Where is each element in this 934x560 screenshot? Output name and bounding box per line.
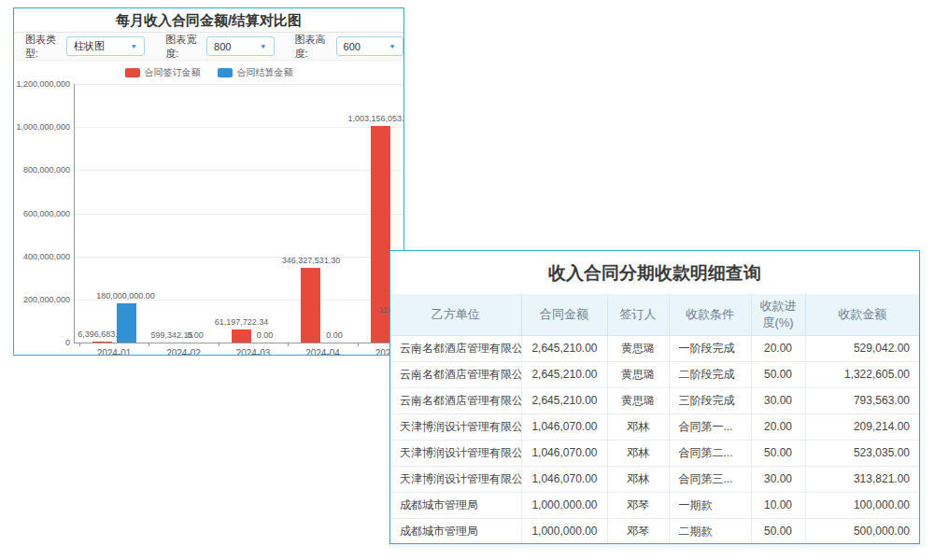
condition-cell: 合同第一...	[669, 413, 751, 440]
progress-cell: 20.00	[751, 413, 805, 440]
money-cell: 313,821.00	[805, 466, 919, 492]
condition-cell: 一期款	[669, 492, 751, 518]
progress-cell: 20.00	[751, 335, 805, 361]
progress-cell: 30.00	[751, 466, 805, 492]
table-row: 云南名都酒店管理有限公司2,645,210.00黄思璐二阶段完成50.001,3…	[390, 361, 919, 387]
progress-cell: 50.00	[751, 518, 805, 544]
contract-amount-cell: 1,046,070.00	[521, 440, 607, 466]
progress-cell: 10.00	[751, 492, 805, 518]
bar-signed	[232, 329, 251, 343]
signer-cell: 邓林	[607, 466, 669, 492]
signer-cell: 邓林	[607, 413, 669, 440]
x-axis-tick	[219, 343, 219, 346]
table-row: 云南名都酒店管理有限公司2,645,210.00黄思璐三阶段完成30.00793…	[390, 387, 919, 413]
money-cell: 523,035.00	[805, 440, 919, 466]
col-header-condition: 收款条件	[669, 294, 751, 335]
company-link[interactable]: 天津博润设计管理有限公司	[390, 413, 521, 440]
x-tick-label: 2024-01	[97, 348, 132, 356]
x-tick-label: 2024-04	[305, 348, 340, 356]
gridline	[74, 170, 404, 171]
signer-cell: 邓琴	[607, 518, 669, 544]
table-row: 成都城市管理局1,000,000.00邓琴二期款50.00500,000.00	[390, 518, 919, 544]
bar-signed	[92, 342, 112, 343]
money-cell: 500,000.00	[805, 518, 919, 544]
y-tick-label: 400,000,000	[14, 252, 70, 261]
signer-cell: 邓琴	[607, 492, 669, 518]
col-header-company: 乙方单位	[390, 294, 521, 335]
installments-table: 乙方单位 合同金额 签订人 收款条件 收款进度(%) 收款金额 云南名都酒店管理…	[390, 294, 919, 544]
money-cell: 529,042.00	[805, 335, 919, 361]
col-header-money: 收款金额	[805, 294, 919, 335]
progress-cell: 50.00	[751, 361, 805, 387]
company-link[interactable]: 成都城市管理局	[390, 518, 521, 544]
bar-value-label: 0.00	[257, 330, 274, 340]
bar-signed	[301, 268, 320, 343]
table-row: 成都城市管理局1,000,000.00邓琴一期款10.00100,000.00	[390, 492, 919, 518]
x-tick-label: 2024-02	[166, 348, 201, 356]
gridline	[74, 127, 404, 128]
bar-value-label: 0.00	[187, 330, 204, 340]
progress-cell: 30.00	[751, 387, 805, 413]
signer-cell: 黄思璐	[607, 361, 669, 387]
bar-settled	[117, 303, 136, 343]
x-axis-tick	[149, 343, 149, 346]
gridline	[74, 214, 404, 215]
company-link[interactable]: 天津博润设计管理有限公司	[390, 440, 521, 466]
condition-cell: 合同第三...	[669, 466, 751, 492]
signer-cell: 黄思璐	[607, 335, 669, 361]
condition-cell: 三阶段完成	[669, 387, 751, 413]
x-axis-tick	[288, 343, 289, 346]
col-header-progress: 收款进度(%)	[751, 294, 805, 335]
bar-value-label: 1,003,156,053.84	[347, 114, 404, 123]
x-axis-tick	[79, 343, 80, 346]
company-link[interactable]: 成都城市管理局	[390, 492, 521, 518]
condition-cell: 一阶段完成	[669, 335, 751, 361]
x-axis-line	[74, 343, 404, 343]
bar-value-label: 61,197,722.34	[215, 317, 269, 327]
signer-cell: 黄思璐	[607, 387, 669, 413]
company-link[interactable]: 天津博润设计管理有限公司	[390, 466, 521, 492]
company-link[interactable]: 云南名都酒店管理有限公司	[390, 335, 521, 361]
x-axis-tick	[358, 343, 359, 346]
y-tick-label: 1,200,000,000	[14, 79, 70, 89]
table-row: 天津博润设计管理有限公司1,046,070.00邓林合同第二...50.0052…	[390, 440, 919, 466]
table-header-row: 乙方单位 合同金额 签订人 收款条件 收款进度(%) 收款金额	[390, 294, 919, 335]
col-header-amount: 合同金额	[521, 294, 607, 335]
y-tick-label: 200,000,000	[14, 295, 70, 304]
contract-amount-cell: 1,046,070.00	[521, 466, 607, 492]
table-row: 天津博润设计管理有限公司1,046,070.00邓林合同第三...30.0031…	[390, 466, 919, 492]
table-row: 云南名都酒店管理有限公司2,645,210.00黄思璐一阶段完成20.00529…	[390, 335, 919, 361]
condition-cell: 二阶段完成	[669, 361, 751, 387]
signer-cell: 邓林	[607, 440, 669, 466]
gridline	[74, 84, 404, 85]
y-tick-label: 600,000,000	[14, 209, 70, 218]
contract-amount-cell: 1,000,000.00	[521, 492, 607, 518]
y-tick-label: 800,000,000	[14, 165, 70, 175]
money-cell: 100,000.00	[805, 492, 919, 518]
contract-amount-cell: 2,645,210.00	[521, 361, 607, 387]
y-axis-line	[74, 84, 75, 343]
money-cell: 209,214.00	[805, 413, 919, 440]
progress-cell: 50.00	[751, 440, 805, 466]
bar-value-label: 346,327,531.30	[282, 256, 341, 265]
company-link[interactable]: 云南名都酒店管理有限公司	[390, 387, 521, 413]
y-tick-label: 0	[14, 338, 70, 347]
table-title: 收入合同分期收款明细查询	[390, 251, 919, 294]
contract-amount-cell: 2,645,210.00	[521, 387, 607, 413]
money-cell: 1,322,605.00	[805, 361, 919, 387]
col-header-signer: 签订人	[607, 294, 669, 335]
company-link[interactable]: 云南名都酒店管理有限公司	[390, 361, 521, 387]
chart-panel: 每月收入合同金额/结算对比图 图表类型: 柱状图 ▼ 图表宽度: 800 ▼ 图…	[13, 7, 404, 356]
table-panel: 收入合同分期收款明细查询 乙方单位 合同金额 签订人 收款条件 收款进度(%) …	[389, 250, 920, 544]
y-tick-label: 1,000,000,000	[14, 122, 70, 132]
x-tick-label: 2024-03	[236, 348, 271, 356]
contract-amount-cell: 2,645,210.00	[521, 335, 607, 361]
bar-value-label: 0.00	[326, 330, 343, 340]
bar-value-label: 180,000,000.00	[96, 291, 155, 301]
gridline	[74, 257, 404, 258]
condition-cell: 合同第二...	[669, 440, 751, 466]
condition-cell: 二期款	[669, 518, 751, 544]
contract-amount-cell: 1,046,070.00	[521, 413, 607, 440]
money-cell: 793,563.00	[805, 387, 919, 413]
table-row: 天津博润设计管理有限公司1,046,070.00邓林合同第一...20.0020…	[390, 413, 919, 440]
